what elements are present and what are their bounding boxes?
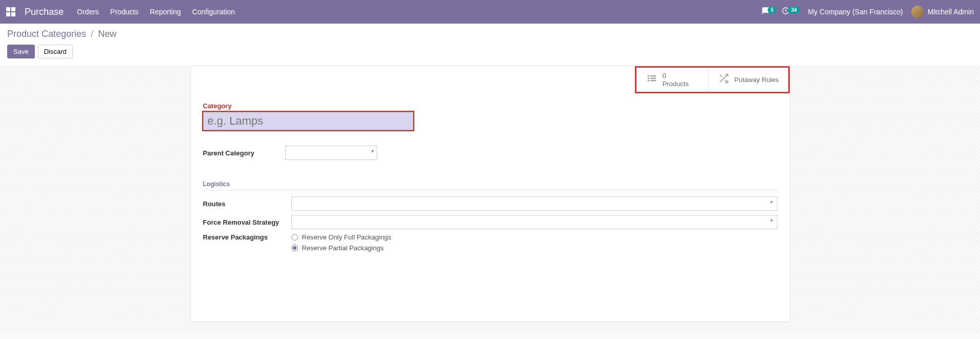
form-body: Category Parent Category Logistics Route… [191, 66, 790, 264]
reserve-full-label: Reserve Only Full Packagings [302, 233, 391, 241]
user-name: Mitchell Admin [928, 8, 974, 16]
nav-reporting[interactable]: Reporting [150, 8, 181, 16]
shuffle-icon [718, 73, 729, 87]
topbar: Purchase Orders Products Reporting Confi… [0, 0, 980, 24]
breadcrumb-sep: / [91, 29, 93, 39]
force-removal-row: Force Removal Strategy [203, 215, 777, 229]
parent-category-row: Parent Category [203, 146, 777, 160]
category-input[interactable] [203, 112, 413, 130]
svg-rect-6 [650, 80, 656, 82]
routes-label: Routes [203, 200, 291, 208]
category-block: Category [203, 102, 777, 130]
apps-icon[interactable] [6, 7, 15, 16]
breadcrumb: Product Categories / New [7, 29, 973, 39]
radio-icon [291, 245, 298, 251]
reserve-packagings-row: Reserve Packagings Reserve Only Full Pac… [203, 233, 777, 252]
activities-badge[interactable]: 34 [782, 7, 799, 17]
reserve-radio-group: Reserve Only Full Packagings Reserve Par… [291, 233, 391, 252]
reserve-partial-label: Reserve Partial Packagings [302, 244, 384, 252]
breadcrumb-area: Product Categories / New Save Discard [0, 24, 980, 66]
products-smart-text: 0 Products [663, 72, 689, 88]
parent-category-select[interactable] [285, 146, 377, 160]
app-name[interactable]: Purchase [25, 7, 64, 17]
avatar [911, 6, 924, 18]
svg-rect-4 [650, 77, 656, 79]
putaway-smart-button[interactable]: Putaway Rules [708, 68, 788, 92]
nav-menu: Orders Products Reporting Configuration [77, 8, 235, 16]
svg-rect-2 [650, 75, 656, 77]
form-sheet: 0 Products Putaway Rules Category Parent… [190, 66, 790, 322]
force-removal-label: Force Removal Strategy [203, 218, 291, 226]
reserve-packagings-label: Reserve Packagings [203, 233, 291, 241]
breadcrumb-parent[interactable]: Product Categories [7, 29, 86, 39]
section-divider [203, 190, 777, 190]
messages-count: 5 [768, 7, 777, 13]
radio-icon [291, 234, 298, 241]
badge-group: 5 34 [762, 7, 800, 17]
routes-row: Routes [203, 196, 777, 211]
list-icon [646, 73, 657, 87]
action-buttons: Save Discard [7, 45, 973, 58]
routes-select[interactable] [291, 196, 777, 211]
category-label: Category [203, 102, 777, 110]
topbar-left: Purchase Orders Products Reporting Confi… [6, 7, 235, 17]
svg-rect-3 [648, 77, 650, 79]
topbar-right: 5 34 My Company (San Francisco) Mitchell… [762, 6, 974, 18]
breadcrumb-current: New [98, 29, 116, 39]
company-selector[interactable]: My Company (San Francisco) [808, 8, 903, 16]
discard-button[interactable]: Discard [38, 45, 73, 58]
messages-badge[interactable]: 5 [762, 7, 777, 17]
svg-rect-1 [648, 75, 650, 77]
content-wrap: 0 Products Putaway Rules Category Parent… [0, 66, 980, 332]
products-count: 0 [663, 72, 689, 80]
putaway-smart-text: Putaway Rules [734, 76, 779, 84]
reserve-partial-radio[interactable]: Reserve Partial Packagings [291, 244, 391, 252]
logistics-section-title: Logistics [203, 181, 777, 188]
parent-category-label: Parent Category [203, 149, 285, 157]
nav-configuration[interactable]: Configuration [192, 8, 235, 16]
putaway-label: Putaway Rules [734, 76, 779, 84]
products-label: Products [663, 80, 689, 88]
save-button[interactable]: Save [7, 45, 35, 58]
nav-orders[interactable]: Orders [77, 8, 99, 16]
force-removal-select[interactable] [291, 215, 777, 229]
reserve-full-radio[interactable]: Reserve Only Full Packagings [291, 233, 391, 241]
nav-products[interactable]: Products [110, 8, 138, 16]
smart-buttons: 0 Products Putaway Rules [635, 66, 790, 93]
user-menu[interactable]: Mitchell Admin [911, 6, 974, 18]
products-smart-button[interactable]: 0 Products [636, 68, 708, 92]
svg-rect-5 [648, 80, 650, 82]
activities-count: 34 [788, 7, 799, 13]
